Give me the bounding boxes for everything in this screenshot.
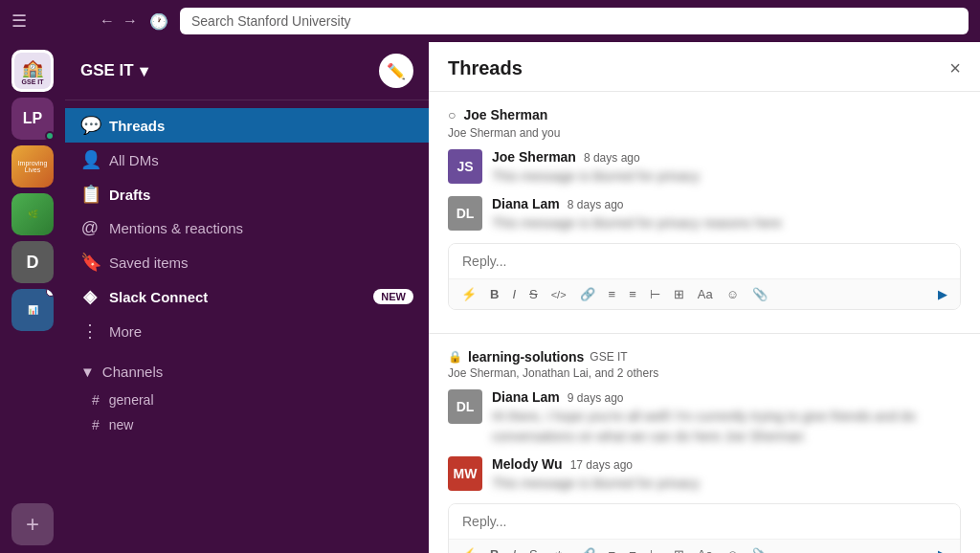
lightning-btn-1[interactable]: ⚡ bbox=[458, 285, 479, 303]
workspace-d[interactable]: D bbox=[11, 241, 54, 283]
sidebar-item-more[interactable]: ⋮ More bbox=[65, 314, 429, 348]
thread-message-1: JS Joe Sherman 8 days ago This message i… bbox=[448, 149, 961, 187]
message-text-1: This message is blurred for privacy bbox=[492, 166, 961, 187]
send-btn-2[interactable]: ▶ bbox=[935, 545, 950, 553]
thread-message-2: DL Diana Lam 8 days ago This message is … bbox=[448, 196, 961, 233]
sidebar-item-threads[interactable]: 💬 Threads bbox=[65, 108, 429, 143]
attachment-btn-2[interactable]: 📎 bbox=[749, 545, 770, 553]
topbar-left: ☰ bbox=[11, 11, 88, 32]
nav-arrows: ← → bbox=[100, 12, 138, 30]
table-btn-1[interactable]: ⊞ bbox=[671, 285, 687, 303]
sidebar-item-saved[interactable]: 🔖 Saved items bbox=[65, 245, 429, 279]
avatar-melody-wu: MW bbox=[448, 456, 482, 491]
close-threads-button[interactable]: × bbox=[949, 57, 961, 79]
font-size-btn-1[interactable]: Aa bbox=[695, 285, 716, 303]
send-btn-1[interactable]: ▶ bbox=[935, 285, 950, 303]
font-size-btn-2[interactable]: Aa bbox=[695, 545, 716, 553]
workspace-tag-2: GSE IT bbox=[590, 350, 627, 364]
list-ordered-btn-2[interactable]: ≡ bbox=[606, 545, 619, 553]
workspace-name[interactable]: GSE IT ▾ bbox=[80, 61, 148, 81]
list-ordered-btn-1[interactable]: ≡ bbox=[606, 285, 619, 303]
compose-button[interactable]: ✏️ bbox=[379, 54, 413, 88]
message-content-2: Diana Lam 8 days ago This message is blu… bbox=[492, 196, 961, 233]
more-icon: ⋮ bbox=[80, 321, 100, 342]
message-content-3: Diana Lam 9 days ago Hi there, I hope yo… bbox=[492, 389, 961, 447]
channels-section-header[interactable]: ▼ Channels bbox=[65, 356, 429, 387]
thread-message-3: DL Diana Lam 9 days ago Hi there, I hope… bbox=[448, 389, 961, 447]
emoji-btn-2[interactable]: ☺ bbox=[724, 545, 742, 553]
message-content-1: Joe Sherman 8 days ago This message is b… bbox=[492, 149, 961, 187]
back-arrow-icon[interactable]: ← bbox=[100, 12, 115, 30]
message-header-3: Diana Lam 9 days ago bbox=[492, 389, 961, 405]
menu-icon[interactable]: ☰ bbox=[11, 11, 27, 32]
italic-btn-1[interactable]: I bbox=[509, 285, 519, 303]
all-dms-icon: 👤 bbox=[80, 149, 100, 170]
topbar: ☰ ← → 🕐 Search Stanford University bbox=[0, 0, 980, 42]
hash-icon-2: # bbox=[92, 417, 100, 432]
mentions-label: Mentions & reactions bbox=[109, 220, 243, 236]
lightning-btn-2[interactable]: ⚡ bbox=[458, 545, 479, 553]
threads-panel-title: Threads bbox=[448, 57, 523, 79]
notification-badge bbox=[46, 289, 54, 297]
thread-group-learning-solutions: 🔒 learning-solutions GSE IT Joe Sherman,… bbox=[429, 334, 980, 553]
thread-group-subtitle-2: Joe Sherman, Jonathan Lai, and 2 others bbox=[448, 366, 961, 380]
workspace-blue[interactable]: 📊 bbox=[11, 289, 54, 331]
thread-channel-header-2: 🔒 learning-solutions GSE IT bbox=[448, 349, 961, 365]
workspace-gse-it[interactable]: 🏫 GSE IT bbox=[11, 50, 54, 92]
mentions-icon: @ bbox=[80, 218, 100, 238]
table-btn-2[interactable]: ⊞ bbox=[671, 545, 687, 553]
link-btn-1[interactable]: 🔗 bbox=[577, 285, 598, 303]
indent-btn-1[interactable]: ⊢ bbox=[647, 285, 663, 303]
reply-input-1[interactable] bbox=[449, 244, 960, 278]
attachment-btn-1[interactable]: 📎 bbox=[749, 285, 770, 303]
search-placeholder: Search Stanford University bbox=[191, 13, 351, 29]
reply-input-2[interactable] bbox=[449, 504, 960, 539]
list-unordered-btn-1[interactable]: ≡ bbox=[626, 285, 639, 303]
bold-btn-2[interactable]: B bbox=[487, 545, 501, 553]
drafts-label: Drafts bbox=[109, 187, 150, 203]
emoji-btn-1[interactable]: ☺ bbox=[724, 285, 742, 303]
sidebar-item-all-dms[interactable]: 👤 All DMs bbox=[65, 143, 429, 177]
forward-arrow-icon[interactable]: → bbox=[122, 12, 138, 30]
reply-toolbar-1: ⚡ B I S </> 🔗 ≡ ≡ ⊢ ⊞ Aa ☺ 📎 ▶ bbox=[449, 278, 960, 309]
threads-label: Threads bbox=[109, 118, 165, 134]
online-status-dot bbox=[45, 131, 55, 141]
italic-btn-2[interactable]: I bbox=[509, 545, 519, 553]
history-icon[interactable]: 🕐 bbox=[149, 12, 168, 31]
code-btn-2[interactable]: </> bbox=[548, 547, 569, 554]
slack-connect-icon: ◈ bbox=[80, 286, 100, 307]
workspace-corp[interactable]: 🌿 bbox=[11, 193, 54, 235]
code-btn-1[interactable]: </> bbox=[548, 287, 569, 302]
channel-new-name: new bbox=[109, 417, 134, 432]
channel-general-name: general bbox=[109, 392, 154, 408]
workspace-lp[interactable]: LP bbox=[11, 98, 54, 140]
strike-btn-1[interactable]: S bbox=[526, 285, 541, 303]
bold-btn-1[interactable]: B bbox=[487, 285, 501, 303]
list-unordered-btn-2[interactable]: ≡ bbox=[626, 545, 639, 553]
reply-toolbar-2: ⚡ B I S </> 🔗 ≡ ≡ ⊢ ⊞ Aa ☺ 📎 ▶ bbox=[449, 539, 960, 553]
link-btn-2[interactable]: 🔗 bbox=[577, 545, 598, 553]
message-text-2: This message is blurred for privacy reas… bbox=[492, 213, 961, 233]
workspace-improving-lives[interactable]: Improving Lives bbox=[11, 145, 54, 188]
channel-name-2: learning-solutions bbox=[468, 349, 584, 365]
add-workspace-button[interactable]: + bbox=[11, 503, 54, 545]
more-label: More bbox=[109, 323, 142, 340]
indent-btn-2[interactable]: ⊢ bbox=[647, 545, 663, 553]
hash-icon: # bbox=[92, 392, 100, 408]
new-badge: NEW bbox=[373, 289, 413, 304]
channel-item-new[interactable]: # new bbox=[65, 412, 429, 437]
message-time-1: 8 days ago bbox=[584, 151, 640, 165]
message-text-4: This message is blurred for privacy bbox=[492, 474, 961, 494]
avatar-joe-sherman: JS bbox=[448, 149, 482, 184]
sidebar-item-slack-connect[interactable]: ◈ Slack Connect NEW bbox=[65, 279, 429, 314]
thread-group-title-1: Joe Sherman bbox=[463, 107, 547, 122]
sidebar-item-drafts[interactable]: 📋 Drafts bbox=[65, 177, 429, 211]
sidebar-item-mentions[interactable]: @ Mentions & reactions bbox=[65, 211, 429, 245]
channel-item-general[interactable]: # general bbox=[65, 387, 429, 412]
message-content-4: Melody Wu 17 days ago This message is bl… bbox=[492, 456, 961, 494]
strike-btn-2[interactable]: S bbox=[526, 545, 541, 553]
search-bar[interactable]: Search Stanford University bbox=[180, 8, 969, 34]
saved-icon: 🔖 bbox=[80, 252, 100, 273]
message-header-4: Melody Wu 17 days ago bbox=[492, 456, 961, 472]
message-author-1: Joe Sherman bbox=[492, 149, 576, 165]
